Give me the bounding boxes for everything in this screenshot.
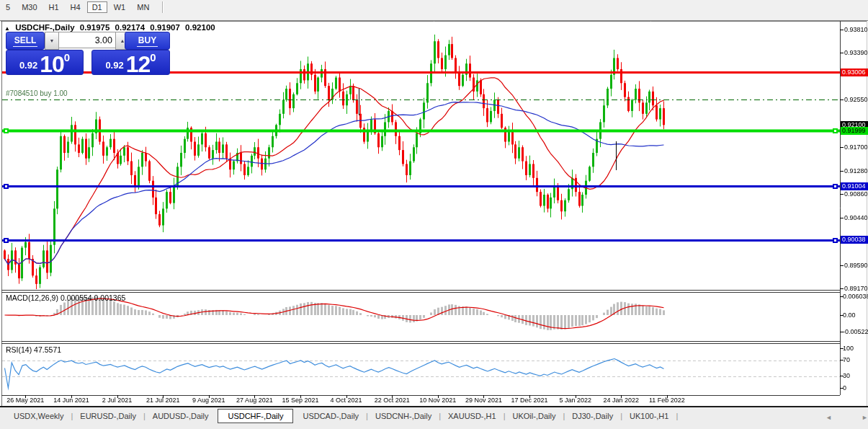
ohlc-low: 0.91907 <box>150 23 180 32</box>
tab-xauusd-h1[interactable]: XAUUSD-,H1 <box>442 410 503 423</box>
price-tick-label: 0.90440 <box>844 214 868 221</box>
date-tick-label: 11 Feb 2022 <box>649 397 685 404</box>
date-tick-label: 26 May 2021 <box>6 397 44 404</box>
timeframe-button-d1[interactable]: D1 <box>87 1 107 13</box>
date-tick-label: 2 Jul 2021 <box>102 397 133 404</box>
timeframe-toolbar: 5M30H1H4D1W1MN <box>0 0 868 21</box>
open-position-label: #7084510 buy 1.00 <box>6 89 68 97</box>
date-tick-label: 29 Nov 2021 <box>465 397 502 404</box>
sell-price-pips: 10 <box>40 55 64 74</box>
ohlc-high: 0.92174 <box>115 23 146 32</box>
rsi-tick-label: 30 <box>843 372 850 379</box>
rsi-tick-label: 0 <box>843 384 846 392</box>
price-tick-label: 0.89170 <box>844 285 868 292</box>
tab-separator: | <box>563 412 565 420</box>
tab-audusd-daily[interactable]: AUDUSD-,Daily <box>146 410 215 423</box>
timeframe-button-w1[interactable]: W1 <box>109 1 131 13</box>
tab-separator: | <box>439 412 441 420</box>
date-tick-label: 4 Oct 2021 <box>331 397 362 404</box>
mt4-chart-window: 5M30H1H4D1W1MN ▲ USDCHF-,Daily 0.91975 0… <box>0 0 868 429</box>
sell-price-display[interactable]: 0.92 10 0 <box>6 50 84 75</box>
date-tick-label: 21 Jul 2021 <box>146 397 180 404</box>
date-tick-label: 17 Dec 2021 <box>511 397 548 404</box>
date-tick-label: 5 Jan 2022 <box>559 397 591 404</box>
tab-eurusd-daily[interactable]: EURUSD-,Daily <box>73 410 143 423</box>
tabs-scroll-right-icon[interactable]: ► <box>862 414 868 421</box>
tab-ukoil-daily[interactable]: UKOil-,Daily <box>506 410 563 423</box>
tab-separator: | <box>143 412 146 420</box>
tab-uk100-h1[interactable]: UK100-,H1 <box>623 410 675 423</box>
tabs-scroll-left-icon[interactable]: ◄ <box>826 414 832 421</box>
timeframe-button-mn[interactable]: MN <box>132 1 154 13</box>
date-tick-label: 24 Jan 2022 <box>603 397 639 404</box>
date-tick-label: 9 Aug 2021 <box>192 397 225 404</box>
price-line-tag: 0.90038 <box>841 236 868 244</box>
tab-separator: | <box>504 412 506 420</box>
price-line-tag: 0.93006 <box>841 68 868 76</box>
price-line-tag: 0.91004 <box>841 182 868 190</box>
price-line-tag: 0.91999 <box>841 127 868 135</box>
price-tick-label: 0.93390 <box>844 49 868 56</box>
tab-dj30-daily[interactable]: DJ30-,Daily <box>565 410 619 423</box>
volume-decrease-icon[interactable]: ▼ <box>45 32 59 50</box>
sell-button[interactable]: SELL <box>6 32 45 50</box>
date-tick-label: 22 Oct 2021 <box>375 397 410 404</box>
price-tick-label: 0.92550 <box>844 96 868 103</box>
toolbar-separator <box>162 1 164 13</box>
rsi-tick-label: 70 <box>843 356 850 363</box>
price-tick-label: 0.90860 <box>844 190 868 198</box>
macd-tick-label: -0.00522 <box>843 328 868 335</box>
tab-usdchf-daily[interactable]: USDCHF-,Daily <box>218 409 293 423</box>
volume-stepper: ▼ ▲ <box>45 32 130 48</box>
date-tick-label: 10 Nov 2021 <box>419 397 456 404</box>
tab-usdx-weekly[interactable]: USDX,Weekly <box>7 410 70 423</box>
ohlc-close: 0.92100 <box>185 23 215 32</box>
volume-input[interactable] <box>59 32 115 48</box>
price-tick-label: 0.91700 <box>844 143 868 151</box>
price-tick-label: 0.91280 <box>844 167 868 174</box>
date-tick-label: 27 Aug 2021 <box>236 397 273 404</box>
buy-price-display[interactable]: 0.92 12 0 <box>91 50 170 75</box>
tab-usdcnh-daily[interactable]: USDCNH-,Daily <box>369 410 438 423</box>
one-click-trading-panel: SELL ▼ ▲ BUY 0.92 10 0 0.92 12 0 <box>6 32 169 74</box>
timeframe-button-5[interactable]: 5 <box>1 1 15 13</box>
timeframe-buttons: 5M30H1H4D1W1MN <box>0 1 164 13</box>
buy-button[interactable]: BUY <box>125 32 170 50</box>
tab-usdcad-daily[interactable]: USDCAD-,Daily <box>296 410 365 423</box>
buy-price-pips: 12 <box>126 55 151 74</box>
timeframe-button-h1[interactable]: H1 <box>44 1 64 13</box>
date-tick-label: 14 Jun 2021 <box>53 397 89 404</box>
tab-separator: | <box>366 412 368 420</box>
collapse-triangle-icon[interactable]: ▲ <box>4 25 10 32</box>
chart-tabs: USDX,Weekly|EURUSD-,Daily|AUDUSD-,DailyU… <box>0 407 868 425</box>
macd-tick-label: 0.00 <box>843 311 856 319</box>
rsi-tick-label: 100 <box>843 345 854 352</box>
sell-price-base: 0.92 <box>19 60 37 71</box>
tab-separator: | <box>676 412 678 420</box>
chart-title: ▲ USDCHF-,Daily 0.91975 0.92174 0.91907 … <box>4 23 218 32</box>
symbol-period-label: USDCHF-,Daily <box>15 23 74 32</box>
timeframe-button-m30[interactable]: M30 <box>17 1 42 13</box>
chart-tabbar: USDX,Weekly|EURUSD-,Daily|AUDUSD-,DailyU… <box>0 406 868 429</box>
date-tick-label: 15 Sep 2021 <box>282 397 318 404</box>
price-tick-label: 0.93810 <box>844 26 868 33</box>
price-tick-label: 0.89590 <box>844 262 868 269</box>
tab-separator: | <box>71 412 73 420</box>
macd-indicator-label: MACD(12,26,9) 0.000554 0.001365 <box>6 293 125 302</box>
timeframe-button-h4[interactable]: H4 <box>66 1 86 13</box>
sell-price-point: 0 <box>64 51 70 63</box>
macd-tick-label: 0.006038 <box>843 293 868 300</box>
buy-price-base: 0.92 <box>105 60 123 71</box>
ohlc-open: 0.91975 <box>80 23 110 32</box>
rsi-indicator-label: RSI(14) 47.5571 <box>6 345 61 354</box>
tab-separator: | <box>620 412 622 420</box>
buy-price-point: 0 <box>150 51 156 63</box>
